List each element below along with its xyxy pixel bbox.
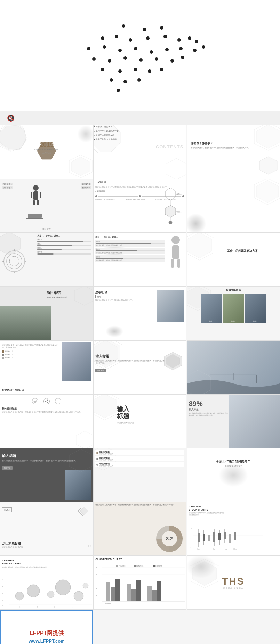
slide-25-body: 请在此处输入相关文字内容，通过修改相关文字来达到我们所想要的效果。 <box>2 566 91 568</box>
circle-diagram <box>2 249 26 273</box>
slide-15[interactable] <box>187 340 280 394</box>
svg-marker-7 <box>166 158 186 179</box>
svg-rect-92 <box>229 534 231 543</box>
scatter-dot <box>150 50 153 54</box>
svg-rect-37 <box>172 245 179 259</box>
poly-decor-4 <box>165 158 186 179</box>
slide-24[interactable]: CREATIVESTOCK CHARTS 请在此处输入相关文字内容，通过修改相关… <box>187 502 280 556</box>
slide-20[interactable]: 高效总结标题 请在此处输入相关文字 高效总结标题 请在此处输入相关文字 <box>93 448 186 502</box>
scatter-dot <box>160 26 163 30</box>
slide-9[interactable]: 工作中的问题及解决方案 <box>187 233 280 287</box>
svg-marker-27 <box>256 180 279 203</box>
svg-marker-9 <box>256 125 280 148</box>
svg-rect-140 <box>134 565 136 567</box>
svg-rect-136 <box>157 581 161 601</box>
scatter-dot <box>123 80 127 83</box>
slide-11-subtitle: 总结 <box>95 295 155 298</box>
slide-19[interactable]: 输入标题 全书行使文书格式文书规范的文本，请在此处输入文字，通过修改文字来达到我… <box>0 448 93 502</box>
poly-decor-15 <box>94 395 120 421</box>
svg-text:Low: Low <box>225 548 227 550</box>
slide-6[interactable] <box>187 179 280 233</box>
person-icon <box>30 184 42 207</box>
slide-22[interactable]: TEXT " 众山添顶标题 请在此处输入相关文字内容 <box>0 502 93 556</box>
slide-4-section: 项目进度 <box>2 228 91 231</box>
slide-16[interactable]: 输入你的标题 请在此处输入相关文字内容，通过修改相关文字来达到我们所想要的效果，… <box>0 394 93 448</box>
svg-marker-145 <box>192 561 217 586</box>
scatter-dot <box>87 47 90 50</box>
svg-rect-128 <box>106 582 110 601</box>
pie-chart-svg: 8.2 <box>155 524 184 554</box>
svg-rect-39 <box>177 259 180 268</box>
svg-point-31 <box>9 256 19 266</box>
slide-13-body: 请在此输入文字，通过修改文字来达到我们所想要的效果，请在此输入文字，通过修改文字… <box>2 344 60 349</box>
slide-8[interactable]: 题目一、题目二、题目三 题目一 请在此处输入文字内容，通过修改相关文字 题目二 … <box>93 233 186 287</box>
slide-23[interactable]: 请在此处输入相关文字内容，通过修改相关文字来达到我们所想要的效果，请在此处输入相… <box>93 502 186 556</box>
svg-point-36 <box>171 236 180 244</box>
svg-text:2: 2 <box>37 606 38 608</box>
slide-14-title: 输入标题 <box>95 354 165 359</box>
slide-7[interactable]: 进度一、进度二、进度三 进度一 进度二 进度三 进度四 <box>0 233 93 287</box>
svg-rect-63 <box>58 401 58 403</box>
slide-14[interactable]: 输入标题 请在此处输入相关文字内容，通过修改相关文字来达到我们所想要的效果，请在… <box>93 340 186 394</box>
slide-3[interactable]: 你都做了哪些事？ 请在此输入文字，通过修改文字来达到我们所想要的效果，请在此输入… <box>187 125 280 179</box>
slide-13[interactable]: 请在此输入文字，通过修改文字来达到我们所想要的效果，请在此输入文字，通过修改文字… <box>0 340 93 394</box>
slide-4[interactable]: 项目编号-1 项目编号-2 项目编号-3 项目编号-4 项目进度 <box>0 179 93 233</box>
slide-1-year: 2019 <box>33 141 61 149</box>
slides-grid: 2019 公共利益通情才主进报习 LFPPT 工作总结 ● 你都做了哪些事？ ●… <box>0 125 280 644</box>
slide-10[interactable]: 项目总结 请在此处输入相关文字内容 <box>0 287 93 340</box>
svg-line-60 <box>46 400 48 401</box>
svg-point-108 <box>47 591 54 598</box>
poly-decor-18 <box>189 558 220 589</box>
svg-rect-90 <box>224 532 226 539</box>
slide-27[interactable]: THS 优质模板 分享平台 <box>187 556 280 610</box>
svg-point-23 <box>169 221 172 224</box>
svg-text:2: 2 <box>2 600 3 602</box>
svg-text:Close: Close <box>233 548 237 550</box>
slide-5[interactable]: 一句话介绍。 请在此处输入相关文字，通过修改相关文字来达到我们所想要的效果，请在… <box>93 179 186 233</box>
slide-4-item2: 项目编号-2 <box>2 186 13 189</box>
svg-rect-84 <box>208 535 210 541</box>
slide-12[interactable]: 发展战略布局 战略一 战略二 战略三 <box>187 287 280 340</box>
svg-text:8.2: 8.2 <box>166 536 173 542</box>
svg-rect-17 <box>28 214 42 218</box>
slide-28[interactable]: LFPPT网提供 www.LFPPT.com <box>0 610 93 644</box>
scatter-dot <box>117 89 120 92</box>
svg-text:5: 5 <box>96 567 97 569</box>
poly-decor-3 <box>94 125 123 155</box>
scatter-dot <box>92 57 96 61</box>
svg-text:High: High <box>213 548 215 550</box>
scatter-dot <box>110 78 113 82</box>
svg-text:3: 3 <box>96 580 97 583</box>
poly-small <box>163 352 183 371</box>
slide-17-title: 输入标题 <box>117 405 134 420</box>
svg-rect-142 <box>153 565 155 567</box>
slide-18-subtitle: 输入标题 <box>189 408 229 411</box>
svg-text:Category 1: Category 1 <box>104 602 113 604</box>
slide-26[interactable]: CLUSTERED CHART 5 4 3 2 1 0 <box>93 556 186 610</box>
slide-25[interactable]: CREATIVEBUBLES CHART 请在此处输入相关文字内容，通过修改相关… <box>0 556 93 610</box>
slide-21[interactable]: 今后工作能力如何提高？ 请在此处输入相关文字 <box>187 448 280 502</box>
scatter-dot <box>103 45 106 49</box>
slide-18[interactable]: 89% 输入标题 请在此处输入相关文字内容，通过修改相关文字来达到我们所想要的效… <box>187 394 280 448</box>
slide-11[interactable]: 思考/行动 总结 请在此处输入相关文字。请在此处输入相关文字。 <box>93 287 186 340</box>
svg-text:2: 2 <box>96 587 97 589</box>
slide-2[interactable]: ● 你都做了哪些事？ ● 工作中的问题及解决方案 ● 给你的工作总结反思 ● 今… <box>93 125 186 179</box>
slide-1[interactable]: 2019 公共利益通情才主进报习 LFPPT 工作总结 <box>0 125 93 179</box>
scatter-dot <box>143 28 146 31</box>
scatter-dot <box>123 56 127 60</box>
svg-marker-71 <box>80 507 88 515</box>
slide-14-body: 请在此处输入相关文字内容，通过修改相关文字来达到我们所想要的效果，请在此处输入相… <box>95 360 165 365</box>
slide-20-body1: 请在此处输入相关文字 <box>99 453 113 455</box>
slide-22-label: TEXT <box>2 507 12 512</box>
poly-decor-16 <box>69 448 93 473</box>
svg-text:ELEMENT: ELEMENT <box>155 565 162 567</box>
diagram-svg: 标题一 标题二 <box>157 186 184 224</box>
svg-rect-64 <box>59 400 59 403</box>
svg-point-110 <box>74 591 83 601</box>
svg-point-111 <box>83 583 88 588</box>
slide-21-title: 今后工作能力如何提高？ <box>189 459 278 464</box>
svg-marker-41 <box>187 233 212 258</box>
svg-text:4: 4 <box>72 606 73 608</box>
svg-rect-13 <box>33 200 35 205</box>
slide-17[interactable]: 输入标题 请在此处输入相关文字 <box>93 394 186 448</box>
